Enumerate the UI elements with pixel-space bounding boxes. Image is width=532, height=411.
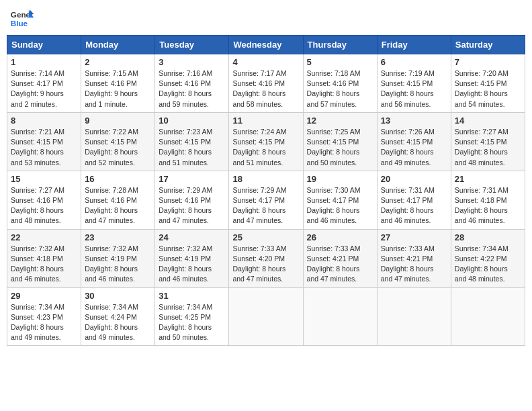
calendar-week-row: 15Sunrise: 7:27 AM Sunset: 4:16 PM Dayli… (7, 171, 525, 229)
day-info: Sunrise: 7:33 AM Sunset: 4:21 PM Dayligh… (307, 244, 373, 285)
day-number: 16 (85, 174, 151, 184)
day-info: Sunrise: 7:30 AM Sunset: 4:17 PM Dayligh… (307, 185, 373, 226)
calendar-week-row: 8Sunrise: 7:21 AM Sunset: 4:15 PM Daylig… (7, 112, 525, 171)
day-number: 4 (232, 57, 299, 67)
calendar-cell (303, 287, 377, 346)
day-info: Sunrise: 7:34 AM Sunset: 4:23 PM Dayligh… (11, 302, 77, 343)
calendar-cell: 25Sunrise: 7:33 AM Sunset: 4:20 PM Dayli… (229, 229, 303, 287)
column-header-saturday: Saturday (451, 36, 525, 54)
day-number: 25 (232, 232, 299, 242)
day-info: Sunrise: 7:20 AM Sunset: 4:15 PM Dayligh… (455, 68, 521, 109)
calendar-cell (229, 287, 303, 346)
calendar-cell: 29Sunrise: 7:34 AM Sunset: 4:23 PM Dayli… (7, 287, 81, 346)
calendar-cell: 9Sunrise: 7:22 AM Sunset: 4:15 PM Daylig… (81, 112, 155, 171)
calendar-cell: 16Sunrise: 7:28 AM Sunset: 4:16 PM Dayli… (81, 171, 155, 229)
day-number: 26 (307, 232, 373, 242)
calendar-week-row: 22Sunrise: 7:32 AM Sunset: 4:18 PM Dayli… (7, 229, 525, 287)
day-number: 24 (159, 232, 225, 242)
logo-icon: General Blue (9, 7, 34, 31)
day-info: Sunrise: 7:17 AM Sunset: 4:16 PM Dayligh… (232, 68, 299, 109)
calendar-week-row: 1Sunrise: 7:14 AM Sunset: 4:17 PM Daylig… (7, 54, 525, 113)
day-number: 10 (159, 116, 225, 126)
day-info: Sunrise: 7:34 AM Sunset: 4:25 PM Dayligh… (159, 302, 225, 343)
day-info: Sunrise: 7:33 AM Sunset: 4:20 PM Dayligh… (232, 244, 299, 285)
day-info: Sunrise: 7:22 AM Sunset: 4:15 PM Dayligh… (85, 127, 151, 168)
calendar-cell: 21Sunrise: 7:31 AM Sunset: 4:18 PM Dayli… (451, 171, 525, 229)
calendar-cell: 6Sunrise: 7:19 AM Sunset: 4:15 PM Daylig… (377, 54, 451, 113)
day-info: Sunrise: 7:29 AM Sunset: 4:17 PM Dayligh… (232, 185, 299, 226)
day-number: 22 (11, 232, 77, 242)
day-info: Sunrise: 7:15 AM Sunset: 4:16 PM Dayligh… (85, 68, 151, 109)
day-info: Sunrise: 7:25 AM Sunset: 4:15 PM Dayligh… (307, 127, 373, 168)
calendar-header-row: SundayMondayTuesdayWednesdayThursdayFrid… (7, 36, 525, 54)
day-info: Sunrise: 7:32 AM Sunset: 4:18 PM Dayligh… (11, 244, 77, 285)
day-info: Sunrise: 7:16 AM Sunset: 4:16 PM Dayligh… (159, 68, 225, 109)
column-header-sunday: Sunday (7, 36, 81, 54)
day-info: Sunrise: 7:28 AM Sunset: 4:16 PM Dayligh… (85, 185, 151, 226)
calendar-cell: 28Sunrise: 7:34 AM Sunset: 4:22 PM Dayli… (451, 229, 525, 287)
calendar-cell: 15Sunrise: 7:27 AM Sunset: 4:16 PM Dayli… (7, 171, 81, 229)
day-info: Sunrise: 7:24 AM Sunset: 4:15 PM Dayligh… (232, 127, 299, 168)
column-header-wednesday: Wednesday (229, 36, 303, 54)
calendar-cell: 23Sunrise: 7:32 AM Sunset: 4:19 PM Dayli… (81, 229, 155, 287)
calendar-cell: 5Sunrise: 7:18 AM Sunset: 4:16 PM Daylig… (303, 54, 377, 113)
day-number: 20 (381, 174, 447, 184)
day-info: Sunrise: 7:31 AM Sunset: 4:17 PM Dayligh… (381, 185, 447, 226)
day-number: 7 (455, 57, 521, 67)
calendar-cell: 18Sunrise: 7:29 AM Sunset: 4:17 PM Dayli… (229, 171, 303, 229)
calendar-cell: 24Sunrise: 7:32 AM Sunset: 4:19 PM Dayli… (155, 229, 229, 287)
calendar-cell: 10Sunrise: 7:23 AM Sunset: 4:15 PM Dayli… (155, 112, 229, 171)
column-header-tuesday: Tuesday (155, 36, 229, 54)
column-header-friday: Friday (377, 36, 451, 54)
day-number: 5 (307, 57, 373, 67)
calendar-cell: 2Sunrise: 7:15 AM Sunset: 4:16 PM Daylig… (81, 54, 155, 113)
day-info: Sunrise: 7:32 AM Sunset: 4:19 PM Dayligh… (159, 244, 225, 285)
calendar-cell: 27Sunrise: 7:33 AM Sunset: 4:21 PM Dayli… (377, 229, 451, 287)
day-number: 2 (85, 57, 151, 67)
calendar-cell: 26Sunrise: 7:33 AM Sunset: 4:21 PM Dayli… (303, 229, 377, 287)
calendar-cell: 17Sunrise: 7:29 AM Sunset: 4:16 PM Dayli… (155, 171, 229, 229)
day-number: 1 (11, 57, 77, 67)
day-number: 6 (381, 57, 447, 67)
logo: General Blue (9, 7, 34, 31)
day-info: Sunrise: 7:32 AM Sunset: 4:19 PM Dayligh… (85, 244, 151, 285)
calendar-cell: 11Sunrise: 7:24 AM Sunset: 4:15 PM Dayli… (229, 112, 303, 171)
calendar-cell: 12Sunrise: 7:25 AM Sunset: 4:15 PM Dayli… (303, 112, 377, 171)
day-info: Sunrise: 7:31 AM Sunset: 4:18 PM Dayligh… (455, 185, 521, 226)
column-header-thursday: Thursday (303, 36, 377, 54)
svg-text:Blue: Blue (11, 19, 28, 28)
day-number: 31 (159, 291, 225, 301)
day-info: Sunrise: 7:23 AM Sunset: 4:15 PM Dayligh… (159, 127, 225, 168)
day-number: 30 (85, 291, 151, 301)
calendar-cell: 4Sunrise: 7:17 AM Sunset: 4:16 PM Daylig… (229, 54, 303, 113)
day-info: Sunrise: 7:26 AM Sunset: 4:15 PM Dayligh… (381, 127, 447, 168)
day-number: 11 (232, 116, 299, 126)
calendar-cell: 19Sunrise: 7:30 AM Sunset: 4:17 PM Dayli… (303, 171, 377, 229)
calendar-week-row: 29Sunrise: 7:34 AM Sunset: 4:23 PM Dayli… (7, 287, 525, 346)
column-header-monday: Monday (81, 36, 155, 54)
day-info: Sunrise: 7:34 AM Sunset: 4:22 PM Dayligh… (455, 244, 521, 285)
calendar-cell: 13Sunrise: 7:26 AM Sunset: 4:15 PM Dayli… (377, 112, 451, 171)
day-info: Sunrise: 7:27 AM Sunset: 4:15 PM Dayligh… (455, 127, 521, 168)
day-info: Sunrise: 7:14 AM Sunset: 4:17 PM Dayligh… (11, 68, 77, 109)
calendar-cell: 14Sunrise: 7:27 AM Sunset: 4:15 PM Dayli… (451, 112, 525, 171)
page-header: General Blue (7, 7, 525, 31)
calendar-cell: 1Sunrise: 7:14 AM Sunset: 4:17 PM Daylig… (7, 54, 81, 113)
day-info: Sunrise: 7:18 AM Sunset: 4:16 PM Dayligh… (307, 68, 373, 109)
day-number: 13 (381, 116, 447, 126)
calendar-cell: 20Sunrise: 7:31 AM Sunset: 4:17 PM Dayli… (377, 171, 451, 229)
day-number: 17 (159, 174, 225, 184)
day-number: 19 (307, 174, 373, 184)
calendar-cell: 7Sunrise: 7:20 AM Sunset: 4:15 PM Daylig… (451, 54, 525, 113)
day-number: 21 (455, 174, 521, 184)
day-number: 14 (455, 116, 521, 126)
calendar-cell: 3Sunrise: 7:16 AM Sunset: 4:16 PM Daylig… (155, 54, 229, 113)
calendar-table: SundayMondayTuesdayWednesdayThursdayFrid… (7, 35, 525, 346)
day-number: 27 (381, 232, 447, 242)
day-number: 28 (455, 232, 521, 242)
day-info: Sunrise: 7:34 AM Sunset: 4:24 PM Dayligh… (85, 302, 151, 343)
calendar-cell (451, 287, 525, 346)
calendar-cell: 22Sunrise: 7:32 AM Sunset: 4:18 PM Dayli… (7, 229, 81, 287)
calendar-cell: 8Sunrise: 7:21 AM Sunset: 4:15 PM Daylig… (7, 112, 81, 171)
day-info: Sunrise: 7:33 AM Sunset: 4:21 PM Dayligh… (381, 244, 447, 285)
